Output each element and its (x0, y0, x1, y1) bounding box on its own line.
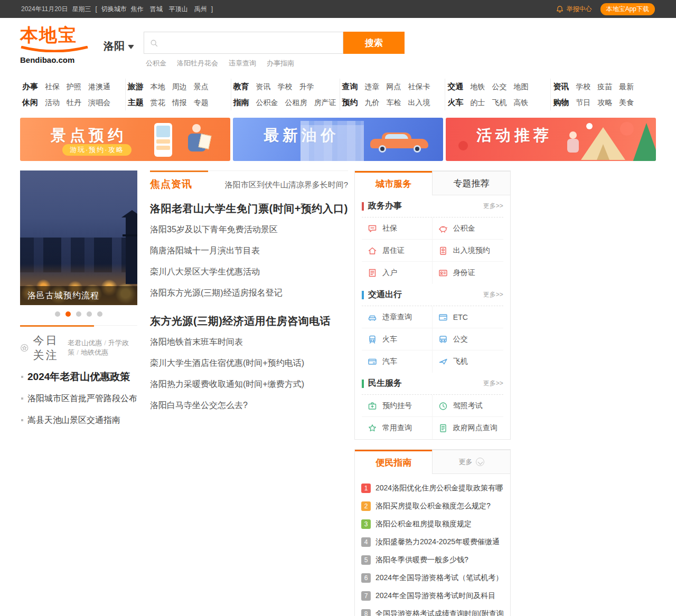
guide-item[interactable]: 72024年全国导游资格考试时间及科目 (361, 587, 504, 605)
nav-link[interactable]: 网点 (387, 79, 401, 94)
focus-headline[interactable]: 洛阳老君山大学生免门票(时间+预约入口) (150, 202, 348, 216)
nav-link[interactable]: 社保卡 (408, 79, 430, 94)
topbar-city-link[interactable]: 晋城 (150, 5, 163, 14)
service-item[interactable]: 身份证 (433, 262, 503, 284)
carousel-dot[interactable] (55, 311, 60, 317)
guide-more-link[interactable]: 更多 (432, 450, 510, 474)
service-item[interactable]: 政府网点查询 (433, 417, 503, 439)
nav-link[interactable]: 本地 (151, 79, 165, 94)
nav-category[interactable]: 旅游 (128, 79, 144, 94)
nav-link[interactable]: 牡丹 (67, 94, 81, 110)
nav-link[interactable]: 活动 (45, 94, 60, 110)
service-item[interactable]: 公交 (433, 328, 503, 350)
nav-category[interactable]: 教育 (233, 79, 249, 94)
nav-category[interactable]: 办事 (22, 79, 38, 94)
hot-word-link[interactable]: 公积金 (146, 59, 166, 68)
nav-link[interactable]: 飞机 (492, 94, 506, 110)
service-item[interactable]: ETC (433, 306, 503, 328)
hot-word-link[interactable]: 洛阳牡丹花会 (177, 59, 218, 68)
focus-news-tab[interactable]: 焦点资讯 (150, 177, 192, 191)
service-item[interactable]: 入户 (362, 262, 433, 284)
nav-link[interactable]: 节日 (576, 94, 590, 110)
banner-activity-recommend[interactable]: 活动推荐 (446, 118, 656, 161)
nav-category[interactable]: 预约 (342, 94, 358, 110)
carousel-dot[interactable] (76, 311, 81, 317)
nav-link[interactable]: 最新 (619, 79, 634, 94)
nav-link[interactable]: 高铁 (513, 94, 528, 110)
nav-category[interactable]: 购物 (553, 94, 569, 110)
nav-link[interactable]: 演唱会 (88, 94, 110, 110)
nav-link[interactable]: 资讯 (256, 79, 271, 94)
nav-link[interactable]: 攻略 (597, 94, 612, 110)
nav-category[interactable]: 火车 (447, 94, 463, 110)
guide-item[interactable]: 8全国导游资格考试成绩查询时间(附查询 (361, 605, 504, 616)
tab-convenience-guide[interactable]: 便民指南 (355, 450, 432, 474)
nav-link[interactable]: 美食 (619, 94, 634, 110)
switch-city-link[interactable]: 切换城市 (101, 5, 127, 14)
focus-news-item[interactable]: 洛阳东方光源(三期)经适房报名登记 (150, 282, 348, 304)
today-focus-item[interactable]: 2024年老君山优惠政策 (20, 366, 137, 387)
focus-side-headline[interactable]: 洛阳市区到伏牛山清凉界多长时间? (225, 180, 348, 190)
carousel-caption[interactable]: 洛邑古城预约流程 (20, 286, 137, 305)
nav-link[interactable]: 九价 (365, 94, 380, 110)
service-item[interactable]: 违章查询 (362, 306, 433, 328)
service-item[interactable]: 火车 (362, 328, 433, 350)
nav-link[interactable]: 学校 (278, 79, 293, 94)
nav-link[interactable]: 情报 (172, 94, 187, 110)
more-link[interactable]: 更多>> (483, 202, 503, 211)
guide-item[interactable]: 2洛阳买房提取公积金额度怎么规定? (361, 497, 504, 515)
more-link[interactable]: 更多>> (483, 379, 503, 388)
guide-item[interactable]: 12024洛阳优化住房公积金提取政策有哪 (361, 479, 504, 497)
nav-link[interactable]: 专题 (194, 94, 209, 110)
focus-news-item[interactable]: 洛阳地铁首末班车时间表 (150, 331, 348, 353)
nav-link[interactable]: 出入境 (408, 94, 430, 110)
focus-news-item[interactable]: 洛阳白马寺坐公交怎么去? (150, 395, 348, 416)
focus-news-item[interactable]: 洛阳35岁及以下青年免费活动景区 (150, 219, 348, 240)
focus-news-item[interactable]: 栾川八大景区大学生优惠活动 (150, 261, 348, 282)
guide-item[interactable]: 3洛阳公积金租房提取额度规定 (361, 515, 504, 533)
topbar-city-link[interactable]: 焦作 (131, 5, 144, 14)
nav-link[interactable]: 护照 (67, 79, 81, 94)
service-item[interactable]: 飞机 (433, 350, 503, 373)
search-input[interactable] (162, 39, 337, 47)
banner-scenic-booking[interactable]: 景点预约 游玩·预约·攻略 (20, 118, 230, 161)
service-item[interactable]: 驾照考试 (433, 395, 503, 417)
nav-category[interactable]: 交通 (447, 79, 463, 94)
search-button[interactable]: 搜索 (343, 32, 405, 54)
nav-link[interactable]: 周边 (172, 79, 187, 94)
service-item[interactable]: 社保 (362, 217, 433, 240)
nav-link[interactable]: 升学 (299, 79, 314, 94)
app-download-button[interactable]: 本地宝App下载 (600, 3, 655, 15)
today-tag-link[interactable]: 老君山优惠 (68, 339, 102, 347)
tab-topic-recommend[interactable]: 专题推荐 (432, 171, 510, 195)
nav-link[interactable]: 公租房 (285, 94, 307, 110)
nav-link[interactable]: 社保 (45, 79, 60, 94)
service-item[interactable]: 预约挂号 (362, 395, 433, 417)
nav-link[interactable]: 学校 (576, 79, 590, 94)
more-link[interactable]: 更多>> (483, 290, 503, 299)
nav-link[interactable]: 公积金 (256, 94, 278, 110)
carousel-dot[interactable] (97, 311, 102, 317)
nav-link[interactable]: 地图 (513, 79, 528, 94)
hot-word-link[interactable]: 违章查询 (229, 59, 256, 68)
today-focus-item[interactable]: 嵩县天池山景区交通指南 (20, 409, 137, 431)
service-item[interactable]: 出入境预约 (433, 240, 503, 262)
nav-link[interactable]: 车检 (387, 94, 401, 110)
tab-city-services[interactable]: 城市服务 (355, 171, 432, 195)
hero-carousel[interactable]: 洛邑古城预约流程 (20, 170, 137, 305)
today-tag-link[interactable]: 地铁优惠 (81, 348, 108, 356)
today-focus-item[interactable]: 洛阳城市区首批严管路段公布 (20, 387, 137, 409)
topbar-city-link[interactable]: 禹州 (194, 5, 207, 14)
nav-category[interactable]: 查询 (342, 79, 358, 94)
nav-category[interactable]: 主题 (128, 94, 144, 110)
topbar-city-link[interactable]: 平顶山 (169, 5, 188, 14)
focus-headline[interactable]: 东方光源(三期)经济适用住房咨询电话 (150, 314, 348, 328)
hot-word-link[interactable]: 办事指南 (267, 59, 294, 68)
city-selector[interactable]: 洛阳 (104, 39, 134, 53)
nav-category[interactable]: 指南 (233, 94, 249, 110)
service-item[interactable]: 汽车 (362, 350, 433, 373)
nav-link[interactable]: 违章 (365, 79, 380, 94)
nav-link[interactable]: 的士 (470, 94, 485, 110)
focus-news-item[interactable]: 洛阳热力采暖费收取通知(时间+缴费方式) (150, 374, 348, 395)
service-item[interactable]: 公积金 (433, 217, 503, 240)
